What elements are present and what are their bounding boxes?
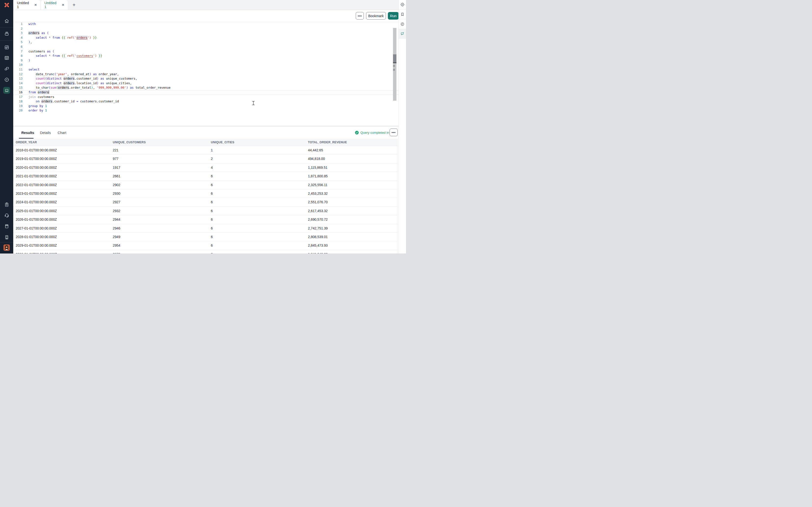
scrollbar-current-line-marker: [393, 62, 397, 63]
line-number: 20: [13, 108, 22, 113]
sidebar-item-layout-grid[interactable]: [0, 43, 13, 52]
table-cell: 2949: [113, 233, 120, 241]
sidebar-item-archive[interactable]: [0, 29, 13, 38]
rail-item-bookmark[interactable]: [399, 9, 406, 19]
code-line-1[interactable]: 1with: [13, 22, 398, 26]
table-row[interactable]: 2019-01-01T00:00:00.000Z9772494,818.00: [13, 155, 397, 163]
layout-grid-icon: [4, 45, 9, 50]
editor-scrollbar[interactable]: [393, 28, 397, 101]
column-header[interactable]: UNIQUE_CITIES: [211, 138, 235, 146]
table-row[interactable]: 2028-01-01T00:00:00.000Z294962,808,539.0…: [13, 233, 397, 241]
laptop-icon: [4, 88, 9, 93]
code-line-12[interactable]: 12 date_trunc('year', ordered_at) as ord…: [13, 72, 398, 77]
table-cell: 6: [211, 198, 213, 206]
user-avatar[interactable]: [3, 244, 10, 251]
table-row[interactable]: 2018-01-01T00:00:00.000Z221144,442.65: [13, 146, 397, 155]
code-line-14[interactable]: 14 count(distinct orders.location_id) as…: [13, 81, 398, 86]
close-tab-icon[interactable]: ✕: [34, 3, 37, 7]
table-row[interactable]: 2023-01-01T00:00:00.000Z293062,453,253.3…: [13, 189, 397, 198]
scrollbar-thumb[interactable]: [393, 54, 397, 63]
table-cell: 494,818.00: [308, 155, 325, 163]
mouse-ibeam-cursor: [252, 101, 255, 106]
rail-item-ai-chat[interactable]: [399, 29, 406, 39]
sidebar-divider: [0, 242, 13, 242]
results-tab-results[interactable]: Results: [21, 127, 34, 138]
sidebar-item-code-window[interactable]: [0, 53, 13, 62]
table-cell: 2944: [113, 215, 120, 224]
code-line-2[interactable]: 2: [13, 26, 398, 31]
code-line-17[interactable]: 17join customers: [13, 95, 398, 100]
code-line-5[interactable]: 5),: [13, 40, 398, 45]
column-header[interactable]: UNIQUE_CUSTOMERS: [113, 138, 146, 146]
code-line-7[interactable]: 7customers as (: [13, 49, 398, 54]
bookmark-button[interactable]: Bookmark: [366, 12, 386, 19]
sidebar-item-clipboard[interactable]: [0, 200, 13, 209]
sidebar-item-building[interactable]: [0, 233, 13, 241]
rail-item-compass[interactable]: [399, 0, 406, 9]
left-sidebar: [0, 0, 13, 253]
code-line-6[interactable]: 6: [13, 45, 398, 49]
table-row[interactable]: 2027-01-01T00:00:00.000Z294662,742,751.3…: [13, 224, 397, 233]
table-cell: 2028-01-01T00:00:00.000Z: [16, 233, 57, 241]
table-cell: 6: [211, 250, 213, 253]
editor-tab-2[interactable]: Untitled 1✕: [41, 0, 68, 10]
table-row[interactable]: 2024-01-01T00:00:00.000Z292762,551,076.7…: [13, 198, 397, 207]
app-logo[interactable]: [0, 0, 13, 10]
table-cell: 6: [211, 207, 213, 215]
sidebar-item-book[interactable]: [0, 222, 13, 230]
headset-icon: [4, 213, 9, 218]
table-row[interactable]: 2030-01-01T00:00:00.000Z287961,841,049.3…: [13, 250, 397, 253]
sql-code-editor[interactable]: 1with23orders as (4 select * from {{ ref…: [13, 22, 398, 126]
results-more-button[interactable]: •••: [390, 128, 398, 136]
code-line-16[interactable]: 16from orders: [13, 90, 398, 95]
table-cell: 221: [113, 146, 118, 154]
table-cell: 2,617,453.32: [308, 207, 328, 215]
compass-icon: [400, 2, 405, 7]
table-row[interactable]: 2022-01-01T00:00:00.000Z290262,325,556.1…: [13, 181, 397, 189]
table-body: 2018-01-01T00:00:00.000Z221144,442.65201…: [13, 146, 397, 253]
table-cell: 1,841,049.32: [308, 250, 328, 253]
scrollbar-annotation: [393, 69, 395, 71]
editor-tab-1[interactable]: Untitled 1✕: [13, 0, 41, 10]
table-cell: 6: [211, 181, 213, 189]
code-line-4[interactable]: 4 select * from {{ ref('orders') }}: [13, 36, 398, 40]
table-cell: 2029-01-01T00:00:00.000Z: [16, 241, 57, 249]
new-tab-button[interactable]: +: [70, 1, 78, 9]
sidebar-item-windows[interactable]: [0, 64, 13, 73]
results-tab-details[interactable]: Details: [40, 127, 51, 138]
sidebar-item-home[interactable]: [0, 16, 13, 25]
code-line-3[interactable]: 3orders as (: [13, 31, 398, 36]
table-cell: 2019-01-01T00:00:00.000Z: [16, 155, 57, 163]
sidebar-item-compass[interactable]: [0, 75, 13, 84]
code-line-11[interactable]: 11select: [13, 67, 398, 72]
sidebar-item-editor-active[interactable]: [3, 87, 10, 94]
building-icon: [4, 235, 9, 240]
table-row[interactable]: 2029-01-01T00:00:00.000Z295462,845,473.9…: [13, 241, 397, 250]
code-line-10[interactable]: 10: [13, 63, 398, 67]
table-row[interactable]: 2021-01-01T00:00:00.000Z266161,871,800.8…: [13, 172, 397, 180]
line-number: 17: [13, 95, 22, 100]
code-line-13[interactable]: 13 count(distinct orders.customer_id) as…: [13, 76, 398, 81]
column-header[interactable]: TOTAL_ORDER_REVENUE: [308, 138, 347, 146]
table-row[interactable]: 2026-01-01T00:00:00.000Z294462,690,570.7…: [13, 215, 397, 224]
results-tab-chart[interactable]: Chart: [58, 127, 66, 138]
close-tab-icon[interactable]: ✕: [61, 3, 64, 7]
line-number: 10: [13, 63, 22, 67]
code-line-19[interactable]: 19group by 1: [13, 104, 398, 109]
table-row[interactable]: 2025-01-01T00:00:00.000Z293262,617,453.3…: [13, 207, 397, 215]
table-cell: 2,551,076.70: [308, 198, 328, 206]
column-header[interactable]: ORDER_YEAR: [16, 138, 37, 146]
code-line-15[interactable]: 15 to_char(sum(orders.order_total), '999…: [13, 86, 398, 90]
code-line-18[interactable]: 18 on orders.customer_id = customers.cus…: [13, 99, 398, 104]
editor-more-button[interactable]: •••: [356, 12, 364, 19]
rail-item-history[interactable]: [399, 19, 406, 30]
table-header-row: ORDER_YEARUNIQUE_CUSTOMERSUNIQUE_CITIEST…: [13, 138, 397, 146]
code-line-8[interactable]: 8 select * from {{ ref('customers') }}: [13, 54, 398, 58]
code-line-20[interactable]: 20order by 1: [13, 108, 398, 113]
line-number: 11: [13, 67, 22, 72]
code-line-9[interactable]: 9): [13, 58, 398, 63]
run-button[interactable]: Run: [388, 12, 399, 19]
table-cell: 2021-01-01T00:00:00.000Z: [16, 172, 57, 180]
table-row[interactable]: 2020-01-01T00:00:00.000Z191741,115,869.5…: [13, 163, 397, 172]
sidebar-item-headset[interactable]: [0, 211, 13, 219]
